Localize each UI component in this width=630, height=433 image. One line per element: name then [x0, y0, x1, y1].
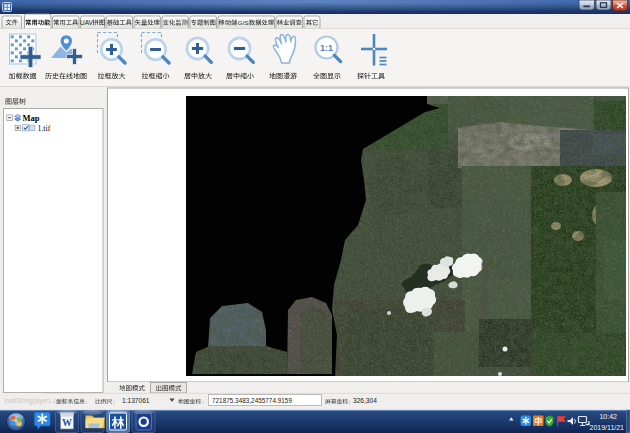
svg-text:721875.3483,2455774.9159: 721875.3483,2455774.9159: [212, 397, 292, 404]
svg-text:10:42: 10:42: [599, 413, 617, 420]
svg-text:Map: Map: [23, 113, 40, 123]
svg-text:1:137061: 1:137061: [122, 397, 150, 404]
svg-text:1:1: 1:1: [320, 43, 333, 53]
svg-text:1.tif: 1.tif: [38, 124, 51, 133]
svg-text:2019/11/21: 2019/11/21: [589, 424, 624, 431]
svg-text:GIS: GIS: [238, 19, 249, 26]
svg-text:326,304: 326,304: [353, 397, 377, 404]
svg-text:loadString(layer1.owl): loadString(layer1.owl): [4, 397, 65, 405]
svg-text:W: W: [62, 417, 72, 428]
svg-text:UAV: UAV: [80, 19, 94, 26]
